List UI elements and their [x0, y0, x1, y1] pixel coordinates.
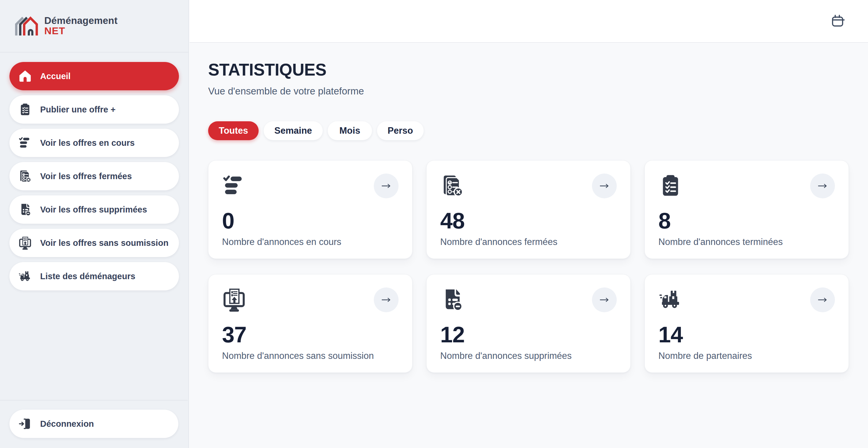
sidebar-bottom: Déconnexion: [0, 400, 188, 448]
stat-label: Nombre d'annonces en cours: [222, 237, 399, 247]
stat-label: Nombre d'annonces fermées: [440, 237, 617, 247]
stat-label: Nombre d'annonces terminées: [658, 237, 835, 247]
logout-icon: [18, 417, 32, 430]
arrow-right-icon: [598, 294, 611, 306]
file-minus-icon: [440, 287, 464, 312]
clipboard-list-icon: [658, 173, 683, 198]
arrow-right-icon: [598, 180, 611, 192]
sidebar-item-label: Voir les offres sans soumission: [40, 238, 168, 248]
sidebar-item-label: Liste des déménageurs: [40, 271, 135, 281]
sidebar-item-publier-offre[interactable]: Publier une offre +: [9, 95, 179, 124]
stat-value: 0: [222, 210, 399, 232]
page-subtitle: Vue d'ensemble de votre plateforme: [208, 85, 849, 98]
stat-label: Nombre d'annonces sans soumission: [222, 351, 399, 361]
card-arrow-button[interactable]: [374, 173, 399, 198]
truck-icon: [18, 269, 32, 283]
truck-icon: [658, 287, 683, 312]
sidebar-item-label: Voir les offres supprimées: [40, 205, 147, 215]
topbar: [190, 0, 868, 43]
filter-mois[interactable]: Mois: [328, 121, 372, 140]
file-minus-icon: [18, 203, 32, 216]
arrow-right-icon: [380, 180, 392, 192]
stat-value: 37: [222, 323, 399, 346]
arrow-right-icon: [816, 180, 829, 192]
monitor-doc-icon: [18, 236, 32, 250]
sidebar-item-accueil[interactable]: Accueil: [9, 62, 179, 90]
clipboard-list-icon: [18, 103, 32, 116]
brand-name: Déménagement NET: [44, 15, 118, 36]
sidebar-item-label: Voir les offres fermées: [40, 171, 132, 181]
sidebar-item-offres-fermees[interactable]: Voir les offres fermées: [9, 162, 179, 190]
stat-card-annonces-supprimees: 12 Nombre d'annonces supprimées: [426, 274, 631, 373]
checklist-x-icon: [18, 169, 32, 183]
sidebar: Déménagement NET Accueil Publier une off…: [0, 0, 189, 448]
logout-button[interactable]: Déconnexion: [9, 410, 178, 438]
brand-logo[interactable]: Déménagement NET: [0, 0, 188, 53]
brand-line2: NET: [44, 26, 118, 36]
stat-label: Nombre d'annonces supprimées: [440, 351, 617, 361]
stat-card-annonces-en-cours: 0 Nombre d'annonces en cours: [208, 160, 412, 259]
sidebar-nav: Accueil Publier une offre + Voir les off…: [0, 53, 188, 290]
arrow-right-icon: [816, 294, 829, 306]
stat-value: 14: [658, 323, 835, 346]
logout-label: Déconnexion: [40, 419, 94, 429]
sidebar-item-label: Publier une offre +: [40, 105, 116, 115]
home-icon: [18, 69, 32, 83]
stat-card-annonces-terminees: 8 Nombre d'annonces terminées: [645, 160, 849, 259]
card-arrow-button[interactable]: [592, 173, 617, 198]
stats-grid: 0 Nombre d'annonces en cours 48 Nombre d…: [208, 160, 849, 373]
page-title: STATISTIQUES: [208, 60, 849, 79]
calendar-icon[interactable]: [831, 14, 845, 28]
stat-value: 12: [440, 323, 617, 346]
list-check-icon: [18, 136, 32, 150]
arrow-right-icon: [380, 294, 392, 306]
stat-card-annonces-sans-soumission: 37 Nombre d'annonces sans soumission: [208, 274, 412, 373]
sidebar-item-label: Accueil: [40, 71, 70, 81]
card-arrow-button[interactable]: [810, 287, 835, 312]
filter-semaine[interactable]: Semaine: [264, 121, 323, 140]
sidebar-item-offres-en-cours[interactable]: Voir les offres en cours: [9, 129, 179, 157]
checklist-x-icon: [440, 173, 464, 198]
card-arrow-button[interactable]: [810, 173, 835, 198]
sidebar-item-offres-sans-soumission[interactable]: Voir les offres sans soumission: [9, 229, 179, 257]
card-arrow-button[interactable]: [374, 287, 399, 312]
main-content: STATISTIQUES Vue d'ensemble de votre pla…: [190, 43, 868, 448]
stat-value: 48: [440, 210, 617, 232]
stat-card-partenaires: 14 Nombre de partenaires: [645, 274, 849, 373]
list-check-icon: [222, 173, 246, 198]
house-logo-icon: [14, 15, 38, 37]
sidebar-item-liste-demenageurs[interactable]: Liste des déménageurs: [9, 262, 179, 290]
card-arrow-button[interactable]: [592, 287, 617, 312]
stat-value: 8: [658, 210, 835, 232]
stat-card-annonces-fermees: 48 Nombre d'annonces fermées: [426, 160, 631, 259]
sidebar-item-offres-supprimees[interactable]: Voir les offres supprimées: [9, 195, 179, 224]
brand-line1: Déménagement: [44, 15, 118, 26]
filter-perso[interactable]: Perso: [377, 121, 424, 140]
filter-toutes[interactable]: Toutes: [208, 121, 259, 140]
filter-bar: Toutes Semaine Mois Perso: [208, 121, 849, 140]
sidebar-item-label: Voir les offres en cours: [40, 138, 135, 148]
stat-label: Nombre de partenaires: [658, 351, 835, 361]
monitor-doc-icon: [222, 287, 246, 312]
